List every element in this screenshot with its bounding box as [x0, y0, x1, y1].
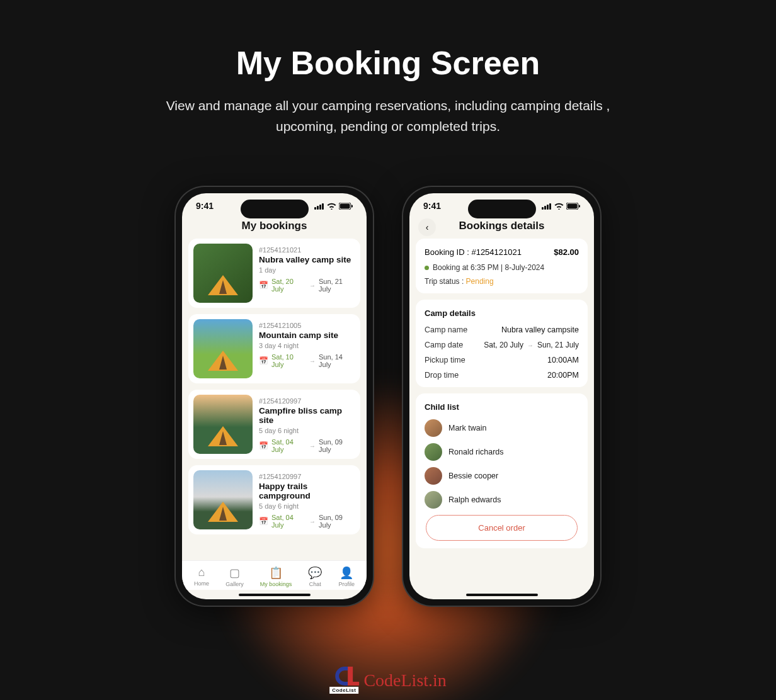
booking-dates: 📅 Sat, 10 July → Sun, 14 July	[259, 353, 355, 368]
camp-date-label: Camp date	[425, 341, 463, 349]
svg-rect-1	[317, 206, 319, 210]
trip-status: Trip status : Pending	[425, 277, 579, 286]
signal-icon	[314, 203, 324, 210]
camp-date-value: Sat, 20 July → Sun, 21 July	[484, 341, 579, 349]
calendar-icon: 📅	[259, 356, 268, 365]
pickup-label: Pickup time	[425, 356, 465, 364]
bookings-list[interactable]: #1254121021 Nubra valley camp site 1 day…	[182, 239, 367, 560]
cancel-order-button[interactable]: Cancel order	[426, 515, 578, 541]
arrow-icon: →	[309, 358, 316, 364]
signal-icon	[542, 203, 552, 210]
booking-title: Mountain camp site	[259, 330, 355, 340]
status-dot-icon	[425, 266, 429, 270]
svg-rect-5	[340, 203, 350, 208]
brand-text: CodeList.in	[363, 670, 446, 691]
details-content[interactable]: Booking ID : #1254121021 $82.00 Booking …	[409, 239, 594, 590]
booking-id: #1254120997	[259, 473, 355, 480]
booking-summary-section: Booking ID : #1254121021 $82.00 Booking …	[416, 239, 588, 293]
drop-value: 20:00PM	[547, 371, 579, 380]
wifi-icon	[554, 203, 564, 210]
gallery-icon: ▢	[229, 566, 240, 580]
booking-card[interactable]: #1254121021 Nubra valley camp site 1 day…	[188, 239, 360, 308]
svg-rect-13	[579, 205, 580, 207]
brand-subtext: CodeList	[329, 687, 358, 694]
screen-title: My bookings	[182, 220, 367, 232]
booking-price: $82.00	[554, 247, 579, 257]
calendar-icon: 📅	[259, 281, 268, 290]
home-indicator	[466, 594, 538, 596]
booking-duration: 5 day 6 night	[259, 502, 355, 510]
nav-bookings[interactable]: 📋My bookings	[260, 566, 292, 587]
booking-thumb	[193, 319, 253, 378]
phone-bookings-list: 9:41 My bookings #1254121021 Nubra valle…	[176, 187, 373, 606]
booking-id: #1254121021	[259, 246, 355, 254]
section-title: Camp details	[425, 308, 579, 318]
nav-home[interactable]: ⌂Home	[194, 566, 209, 587]
status-time: 9:41	[423, 201, 441, 211]
booking-title: Nubra valley camp site	[259, 255, 355, 264]
screen-title: Bookings details	[409, 220, 594, 232]
back-button[interactable]: ‹	[418, 218, 436, 236]
booking-card[interactable]: #1254120997 Campfire bliss camp site 5 d…	[188, 390, 360, 459]
wifi-icon	[327, 203, 336, 210]
nav-profile[interactable]: 👤Profile	[338, 566, 355, 587]
battery-icon	[566, 203, 580, 210]
svg-rect-12	[568, 203, 578, 208]
child-item: Ralph edwards	[425, 491, 579, 509]
status-time: 9:41	[196, 201, 214, 211]
booking-thumb	[193, 395, 253, 454]
booking-title: Campfire bliss camp site	[259, 406, 355, 425]
home-indicator	[239, 594, 311, 596]
svg-rect-9	[547, 205, 549, 210]
page-subtitle: View and manage all your camping reserva…	[161, 96, 615, 137]
child-list-section: Child list Mark twain Ronald richards Be…	[416, 393, 588, 548]
booking-thumb	[193, 470, 253, 529]
trip-status-value: Pending	[466, 277, 494, 286]
status-icons	[314, 203, 353, 210]
battery-icon	[339, 203, 353, 210]
arrow-icon: →	[309, 518, 316, 525]
booking-duration: 5 day 6 night	[259, 427, 355, 434]
camp-name-value: Nubra valley campsite	[501, 325, 579, 334]
booking-duration: 1 day	[259, 266, 355, 274]
svg-rect-2	[319, 205, 321, 210]
booking-dates: 📅 Sat, 04 July → Sun, 09 July	[259, 514, 355, 529]
avatar	[425, 467, 442, 485]
home-icon: ⌂	[198, 566, 205, 579]
page-title: My Booking Screen	[0, 0, 776, 82]
svg-rect-7	[542, 207, 544, 210]
child-item: Bessie cooper	[425, 467, 579, 485]
phone-booking-details: 9:41 ‹ Bookings details Booking ID : #12…	[403, 187, 600, 606]
arrow-icon: →	[527, 342, 534, 349]
avatar	[425, 491, 442, 509]
chat-icon: 💬	[308, 566, 322, 580]
booking-dates: 📅 Sat, 20 July → Sun, 21 July	[259, 278, 355, 293]
svg-rect-0	[314, 207, 316, 210]
phone-notch	[468, 200, 536, 218]
booking-card[interactable]: #1254120997 Happy trails campground 5 da…	[188, 465, 360, 534]
nav-chat[interactable]: 💬Chat	[308, 566, 322, 587]
booking-id-label: Booking ID : #1254121021	[425, 247, 522, 257]
calendar-icon: 📅	[259, 441, 268, 450]
profile-icon: 👤	[340, 566, 353, 580]
camp-details-section: Camp details Camp nameNubra valley camps…	[416, 300, 588, 387]
brand-footer: CodeList CodeList.in	[329, 667, 447, 694]
section-title: Child list	[425, 402, 579, 412]
child-item: Ronald richards	[425, 443, 579, 461]
svg-rect-6	[351, 205, 353, 207]
svg-rect-3	[322, 203, 324, 210]
svg-rect-8	[544, 206, 546, 210]
child-item: Mark twain	[425, 419, 579, 437]
status-icons	[542, 203, 580, 210]
booking-meta: Booking at 6:35 PM | 8-July-2024	[425, 263, 579, 272]
nav-gallery[interactable]: ▢Gallery	[225, 566, 244, 587]
bottom-nav: ⌂Home ▢Gallery 📋My bookings 💬Chat 👤Profi…	[182, 560, 367, 590]
drop-label: Drop time	[425, 371, 459, 380]
brand-logo: CodeList	[329, 667, 358, 694]
booking-id: #1254120997	[259, 397, 355, 405]
pickup-value: 10:00AM	[547, 356, 579, 364]
camp-name-label: Camp name	[425, 325, 467, 334]
booking-dates: 📅 Sat, 04 July → Sun, 09 July	[259, 438, 355, 453]
phone-notch	[241, 200, 309, 218]
booking-card[interactable]: #1254121005 Mountain camp site 3 day 4 n…	[188, 314, 360, 383]
